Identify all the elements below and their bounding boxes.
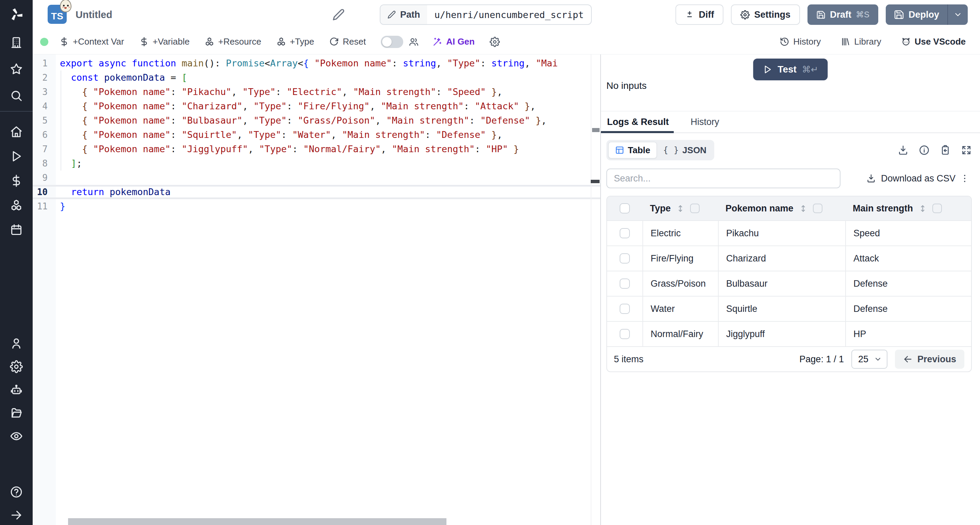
line-content: } [48, 199, 65, 214]
chevron-down-icon [953, 10, 962, 19]
sidebar-item-help[interactable] [10, 485, 23, 498]
reset-button[interactable]: Reset [329, 37, 366, 47]
code-line-2[interactable]: 2 const pokemonData = [ [33, 70, 600, 85]
ai-gen-button[interactable]: AI Gen [433, 37, 475, 47]
code-line-6[interactable]: 6 { "Pokemon name": "Squirtle", "Type": … [33, 128, 600, 142]
table-row: Grass/PoisonBulbasaurDefense [607, 271, 971, 296]
code-line-3[interactable]: 3 { "Pokemon name": "Pikachu", "Type": "… [33, 85, 600, 99]
sort-icon[interactable] [676, 204, 685, 213]
add-type-button[interactable]: +Type [276, 37, 314, 47]
sidebar-item-schedules[interactable] [10, 223, 23, 236]
expand-result-icon[interactable] [961, 145, 972, 156]
row-checkbox[interactable] [620, 228, 630, 238]
tab-logs-and-result[interactable]: Logs & Result [606, 111, 670, 132]
settings-button[interactable]: Settings [731, 5, 800, 25]
code-line-5[interactable]: 5 { "Pokemon name": "Bulbasaur", "Type":… [33, 113, 600, 128]
collaborators-users-icon[interactable] [409, 37, 419, 47]
sidebar-item-workspace[interactable] [10, 36, 23, 49]
code-editor[interactable]: 1export async function main(): Promise<A… [33, 54, 600, 525]
column-filter-checkbox[interactable] [690, 204, 700, 213]
row-checkbox[interactable] [620, 329, 630, 339]
column-header-main-strength: Main strength [853, 203, 913, 214]
code-line-11[interactable]: 11} [33, 199, 600, 214]
draft-kbd-hint: ⌘S [856, 10, 869, 19]
deploy-dropdown-button[interactable] [948, 5, 968, 25]
items-count: 5 items [614, 354, 643, 365]
add-context-var-button[interactable]: +Context Var [59, 37, 124, 47]
editor-settings-gear-icon[interactable] [490, 37, 500, 47]
sidebar-expand-button[interactable] [10, 509, 23, 522]
top-header: TS Untitled Path u/henri/unencumbered_sc… [33, 0, 980, 29]
path-button[interactable]: Path u/henri/unencumbered_script [380, 5, 592, 25]
add-resource-button[interactable]: +Resource [205, 37, 261, 47]
copy-to-clipboard-icon[interactable] [940, 145, 951, 156]
line-content: { "Pokemon name": "Bulbasaur", "Type": "… [48, 113, 547, 128]
save-icon [816, 10, 826, 19]
deploy-button[interactable]: Deploy [886, 5, 947, 25]
row-checkbox[interactable] [620, 279, 630, 289]
settings-button-label: Settings [754, 10, 791, 20]
download-csv-label: Download as CSV [881, 173, 956, 184]
line-number: 9 [33, 171, 48, 185]
sidebar-item-favorites[interactable] [10, 63, 23, 76]
sidebar-item-search[interactable] [10, 89, 23, 102]
row-checkbox[interactable] [620, 304, 630, 314]
draft-button[interactable]: Draft ⌘S [808, 5, 878, 25]
add-variable-button[interactable]: +Variable [139, 37, 190, 47]
right-panel: Test ⌘↵ No inputs Logs & Result History … [601, 54, 980, 525]
deploy-split-button: Deploy [886, 5, 968, 25]
library-label: Library [854, 37, 881, 47]
page-size-select[interactable]: 25 [851, 349, 888, 369]
sidebar-item-settings[interactable] [10, 360, 23, 373]
edit-title-pencil-icon[interactable] [332, 8, 345, 21]
editor-horizontal-scrollbar[interactable] [68, 518, 447, 525]
row-checkbox[interactable] [620, 253, 630, 263]
arrow-left-icon [903, 354, 913, 364]
line-content: return pokemonData [48, 185, 170, 199]
test-button[interactable]: Test ⌘↵ [753, 59, 827, 80]
windmill-logo[interactable] [0, 0, 33, 29]
code-line-7[interactable]: 7 { "Pokemon name": "Jigglypuff", "Type"… [33, 142, 600, 156]
table-menu-dots-icon[interactable] [959, 173, 970, 184]
sidebar-item-users[interactable] [10, 337, 23, 350]
diff-icon [685, 10, 694, 19]
history-button[interactable]: History [780, 37, 821, 47]
egg-face-emoji [60, 0, 72, 12]
sort-icon[interactable] [799, 204, 808, 213]
view-toggle-table[interactable]: Table [608, 142, 657, 159]
column-filter-checkbox[interactable] [813, 204, 822, 213]
code-line-8[interactable]: 8 ]; [33, 156, 600, 171]
library-button[interactable]: Library [840, 37, 881, 47]
sidebar-item-workers[interactable] [10, 383, 23, 396]
code-line-1[interactable]: 1export async function main(): Promise<A… [33, 56, 600, 70]
column-filter-checkbox[interactable] [932, 204, 942, 213]
diff-button[interactable]: Diff [675, 5, 724, 25]
download-csv-button[interactable]: Download as CSV [866, 173, 956, 184]
sidebar-item-variables[interactable] [10, 174, 23, 187]
sidebar-item-audit-logs[interactable] [10, 430, 23, 443]
multiplayer-toggle[interactable] [381, 36, 403, 48]
search-input[interactable] [606, 169, 840, 188]
sidebar-item-runs[interactable] [10, 150, 23, 163]
select-all-checkbox[interactable] [620, 203, 630, 214]
code-line-10[interactable]: 10 return pokemonData [33, 185, 600, 199]
magic-wand-icon [433, 37, 442, 47]
tab-history[interactable]: History [689, 111, 721, 132]
table-cell: Pikachu [718, 221, 845, 246]
view-toggle-json-label: JSON [682, 145, 706, 156]
view-toggle-json[interactable]: { } JSON [657, 142, 713, 159]
previous-page-button[interactable]: Previous [895, 349, 964, 369]
sidebar-item-resources[interactable] [10, 199, 23, 212]
status-indicator-dot [40, 38, 48, 46]
add-resource-label: +Resource [218, 37, 261, 47]
code-line-9[interactable]: 9 [33, 171, 600, 185]
download-result-icon[interactable] [898, 145, 908, 156]
sort-icon[interactable] [918, 204, 927, 213]
sidebar-item-home[interactable] [10, 125, 23, 138]
info-icon[interactable] [919, 145, 930, 156]
use-vscode-button[interactable]: Use VScode [901, 37, 966, 47]
line-number: 3 [33, 85, 48, 99]
sidebar-item-folders[interactable] [10, 407, 23, 420]
gear-icon [740, 10, 749, 19]
code-line-4[interactable]: 4 { "Pokemon name": "Charizard", "Type":… [33, 99, 600, 113]
